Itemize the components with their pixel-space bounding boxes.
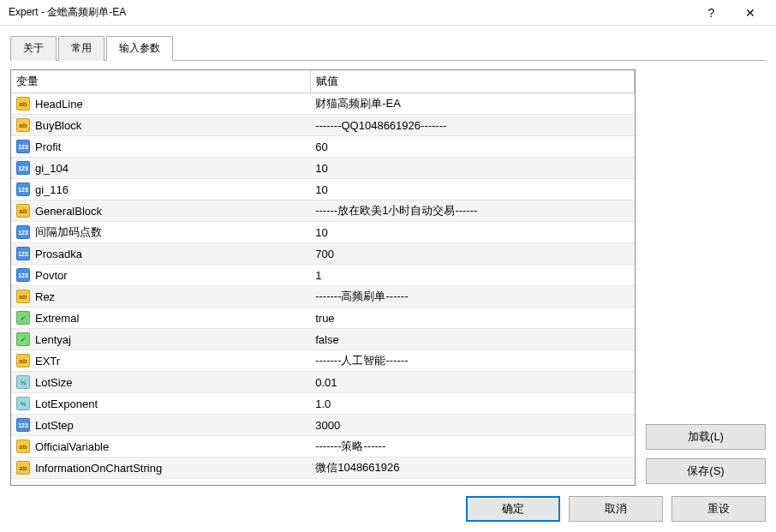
param-value[interactable]: -------高频刷单------	[310, 286, 634, 308]
param-value[interactable]: 3000	[310, 415, 634, 436]
param-value[interactable]: 财猫高频刷单-EA	[310, 93, 634, 115]
string-icon: ab	[16, 290, 30, 303]
table-row[interactable]: ✓Extremaltrue	[11, 308, 635, 329]
param-value[interactable]: 微信1048661926	[310, 457, 634, 479]
param-value[interactable]: 1	[310, 265, 634, 286]
header-variable[interactable]: 变量	[11, 70, 310, 93]
param-value[interactable]: -------QQ1048661926-------	[310, 115, 634, 136]
string-icon: ab	[16, 439, 30, 453]
integer-icon: 123	[16, 182, 30, 196]
param-value[interactable]: true	[310, 308, 634, 329]
param-value[interactable]: false	[310, 329, 634, 350]
help-button[interactable]: ?	[692, 1, 731, 25]
param-name: Prosadka	[35, 248, 82, 260]
table-row[interactable]: abEXTr-------人工智能------	[11, 350, 635, 372]
param-name: Lentyaj	[35, 333, 71, 346]
table-row[interactable]: ½LotExponent1.0	[11, 393, 635, 415]
double-icon: ½	[16, 397, 30, 410]
param-value[interactable]: 0.01	[310, 372, 634, 393]
integer-icon: 123	[16, 140, 30, 153]
titlebar-controls: ? ✕	[692, 1, 769, 25]
param-value[interactable]: -------策略------	[310, 436, 634, 457]
integer-icon: 123	[16, 225, 30, 239]
param-name: Rez	[35, 290, 55, 303]
param-value[interactable]: -------人工智能------	[310, 350, 634, 372]
window-title: Expert - 金蟾高频刷单-EA	[9, 5, 692, 20]
table-row[interactable]: abGeneralBlock------放在欧美1小时自动交易------	[11, 200, 635, 222]
tab-strip: 关于 常用 输入参数	[10, 36, 766, 61]
save-button[interactable]: 保存(S)	[646, 458, 766, 484]
table-row[interactable]: 123间隔加码点数10	[11, 222, 635, 243]
param-name: GeneralBlock	[35, 205, 102, 218]
param-name: LotExponent	[35, 398, 98, 410]
string-icon: ab	[16, 204, 30, 218]
string-icon: ab	[16, 354, 30, 368]
param-name: HeadLine	[35, 98, 83, 111]
table-row[interactable]: abBuyBlock-------QQ1048661926-------	[11, 115, 635, 136]
table-row[interactable]: abRez-------高频刷单------	[11, 286, 635, 308]
param-value[interactable]: 10	[310, 222, 634, 243]
string-icon: ab	[16, 97, 30, 111]
string-icon: ab	[16, 118, 30, 132]
table-row[interactable]: 123LotStep3000	[11, 415, 635, 436]
parameters-scroll[interactable]: 变量 赋值 abHeadLine财猫高频刷单-EAabBuyBlock-----…	[11, 70, 635, 485]
integer-icon: 123	[16, 247, 30, 260]
table-row[interactable]: 123gi_10410	[11, 158, 635, 179]
footer-buttons: 确定 取消 重设	[10, 496, 766, 522]
table-row[interactable]: ½LotSize0.01	[11, 372, 635, 393]
param-name: EXTr	[35, 355, 60, 368]
header-value[interactable]: 赋值	[310, 70, 634, 93]
table-row[interactable]: abInformationOnChartString微信1048661926	[11, 457, 635, 479]
parameters-table: 变量 赋值 abHeadLine财猫高频刷单-EAabBuyBlock-----…	[11, 70, 635, 479]
param-value[interactable]: 700	[310, 243, 634, 265]
close-button[interactable]: ✕	[731, 1, 769, 25]
load-button[interactable]: 加载(L)	[646, 424, 766, 450]
table-row[interactable]: abHeadLine财猫高频刷单-EA	[11, 93, 635, 115]
param-name: gi_116	[35, 183, 69, 196]
string-icon: ab	[16, 461, 30, 475]
table-row[interactable]: 123gi_11610	[11, 179, 635, 200]
param-name: gi_104	[35, 162, 69, 175]
table-row[interactable]: 123Profit60	[11, 136, 635, 158]
integer-icon: 123	[16, 418, 30, 432]
tab-common[interactable]: 常用	[58, 36, 104, 61]
param-name: Povtor	[35, 269, 68, 282]
integer-icon: 123	[16, 268, 30, 282]
table-row[interactable]: 123Prosadka700	[11, 243, 635, 265]
ok-button[interactable]: 确定	[466, 496, 560, 522]
table-row[interactable]: ✓Lentyajfalse	[11, 329, 635, 350]
boolean-icon: ✓	[16, 311, 30, 325]
table-row[interactable]: 123Povtor1	[11, 265, 635, 286]
boolean-icon: ✓	[16, 332, 30, 346]
tab-inputs[interactable]: 输入参数	[106, 36, 173, 61]
param-value[interactable]: 10	[310, 158, 634, 179]
cancel-button[interactable]: 取消	[569, 496, 663, 522]
dialog-body: 关于 常用 输入参数 变量 赋值 abHeadLine财猫高频刷单-EAabBu…	[0, 26, 776, 532]
param-name: LotStep	[35, 419, 74, 432]
tab-about[interactable]: 关于	[10, 36, 57, 61]
parameters-table-area: 变量 赋值 abHeadLine财猫高频刷单-EAabBuyBlock-----…	[10, 69, 636, 486]
reset-button[interactable]: 重设	[672, 496, 766, 522]
param-value[interactable]: 10	[310, 179, 634, 200]
titlebar: Expert - 金蟾高频刷单-EA ? ✕	[0, 0, 776, 26]
param-name: LotSize	[35, 376, 72, 389]
param-name: InformationOnChartString	[35, 462, 162, 475]
param-value[interactable]: 60	[310, 136, 634, 158]
param-name: Extremal	[35, 312, 79, 325]
param-name: Profit	[35, 140, 61, 153]
param-value[interactable]: 1.0	[310, 393, 634, 415]
double-icon: ½	[16, 375, 30, 389]
param-name: OfficialVariable	[35, 440, 109, 453]
param-name: BuyBlock	[35, 119, 81, 132]
param-name: 间隔加码点数	[35, 224, 102, 240]
content-row: 变量 赋值 abHeadLine财猫高频刷单-EAabBuyBlock-----…	[10, 69, 766, 486]
side-buttons: 加载(L) 保存(S)	[646, 69, 766, 486]
table-row[interactable]: abOfficialVariable-------策略------	[11, 436, 635, 457]
param-value[interactable]: ------放在欧美1小时自动交易------	[310, 200, 634, 222]
integer-icon: 123	[16, 161, 30, 175]
